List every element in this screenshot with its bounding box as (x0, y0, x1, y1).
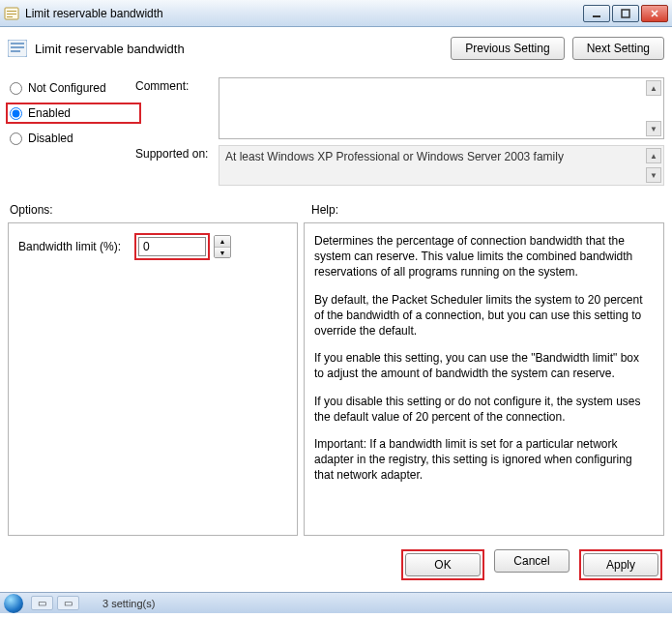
comment-label: Comment: (135, 77, 219, 93)
start-orb-icon[interactable] (4, 594, 23, 613)
help-p1: Determines the percentage of connection … (314, 233, 644, 280)
bandwidth-input[interactable] (138, 237, 206, 256)
svg-rect-2 (7, 14, 16, 15)
radio-enabled[interactable]: Enabled (10, 106, 135, 120)
apply-button[interactable]: Apply (583, 553, 658, 576)
svg-rect-7 (11, 43, 24, 44)
bandwidth-spinner: ▲ ▼ (214, 235, 231, 258)
svg-rect-4 (593, 15, 600, 17)
supported-label: Supported on: (135, 145, 219, 161)
config-area: Not Configured Enabled Disabled Comment:… (0, 66, 672, 195)
dialog-footer: OK Cancel Apply (0, 536, 672, 592)
taskbar: ▭ ▭ 3 setting(s) (0, 592, 672, 613)
enabled-highlight: Enabled (6, 103, 141, 124)
help-p3: If you enable this setting, you can use … (314, 350, 644, 381)
scroll-down-icon[interactable]: ▼ (646, 167, 661, 183)
ok-button[interactable]: OK (405, 553, 481, 576)
radio-disabled[interactable]: Disabled (10, 132, 135, 145)
ok-highlight: OK (401, 549, 484, 580)
radio-not-configured[interactable]: Not Configured (10, 81, 135, 95)
bandwidth-row: Bandwidth limit (%): ▲ ▼ (18, 233, 287, 260)
radio-disabled-label: Disabled (28, 132, 73, 145)
help-text: Determines the percentage of connection … (314, 233, 644, 483)
supported-row: Supported on: At least Windows XP Profes… (135, 145, 664, 186)
options-heading: Options: (10, 203, 300, 217)
svg-rect-1 (7, 11, 16, 12)
svg-rect-3 (7, 16, 13, 17)
radio-enabled-input[interactable] (10, 107, 22, 120)
bandwidth-input-highlight (134, 233, 210, 260)
help-p5: Important: If a bandwidth limit is set f… (314, 436, 644, 484)
supported-box: At least Windows XP Professional or Wind… (219, 145, 664, 186)
apply-highlight: Apply (579, 549, 662, 580)
options-panel: Bandwidth limit (%): ▲ ▼ (8, 222, 298, 536)
taskbar-status: 3 setting(s) (102, 598, 155, 609)
titlebar: Limit reservable bandwidth (0, 0, 672, 27)
window-buttons (583, 5, 668, 22)
scroll-up-icon[interactable]: ▲ (646, 148, 661, 163)
minimize-button[interactable] (583, 5, 610, 22)
bandwidth-label: Bandwidth limit (%): (18, 240, 134, 253)
svg-rect-9 (11, 50, 20, 52)
close-button[interactable] (641, 5, 668, 22)
radio-not-configured-input[interactable] (10, 82, 22, 95)
help-p4: If you disable this setting or do not co… (314, 394, 644, 425)
scroll-up-icon[interactable]: ▲ (646, 80, 661, 96)
maximize-button[interactable] (612, 5, 639, 22)
next-setting-button[interactable]: Next Setting (572, 37, 664, 60)
header-row: Limit reservable bandwidth Previous Sett… (0, 27, 672, 66)
help-p2: By default, the Packet Scheduler limits … (314, 292, 644, 339)
spin-down-button[interactable]: ▼ (215, 247, 230, 257)
page-title: Limit reservable bandwidth (35, 42, 443, 56)
radio-not-configured-label: Not Configured (28, 81, 106, 95)
policy-icon (4, 6, 19, 21)
settings-list-icon (8, 40, 27, 57)
radio-column: Not Configured Enabled Disabled (10, 77, 135, 191)
supported-value: At least Windows XP Professional or Wind… (225, 150, 564, 163)
window-title: Limit reservable bandwidth (25, 7, 583, 20)
radio-disabled-input[interactable] (10, 132, 22, 145)
help-heading: Help: (300, 203, 662, 217)
radio-enabled-label: Enabled (28, 106, 71, 120)
spin-up-button[interactable]: ▲ (215, 236, 230, 247)
task-item[interactable]: ▭ (31, 596, 53, 610)
panels-row: Bandwidth limit (%): ▲ ▼ Determines the … (0, 222, 672, 536)
comment-textarea[interactable]: ▲ ▼ (219, 77, 664, 139)
task-item[interactable]: ▭ (57, 596, 79, 610)
svg-rect-8 (11, 46, 24, 48)
svg-rect-5 (622, 10, 629, 17)
field-column: Comment: ▲ ▼ Supported on: At least Wind… (135, 77, 664, 191)
comment-row: Comment: ▲ ▼ (135, 77, 664, 139)
section-labels: Options: Help: (0, 195, 672, 222)
previous-setting-button[interactable]: Previous Setting (451, 37, 564, 60)
help-panel: Determines the percentage of connection … (304, 222, 664, 536)
cancel-button[interactable]: Cancel (494, 549, 570, 573)
scroll-down-icon[interactable]: ▼ (646, 121, 661, 136)
